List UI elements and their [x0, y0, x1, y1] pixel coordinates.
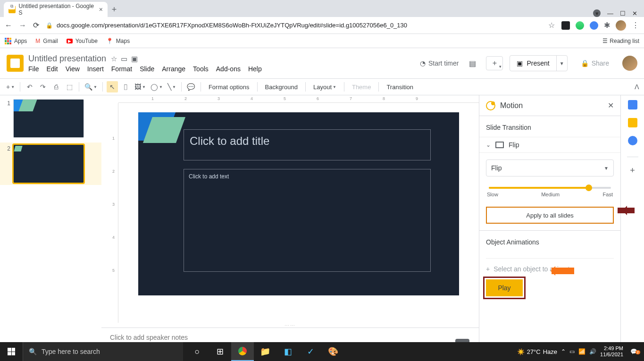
wifi-icon[interactable]: 📶: [578, 348, 585, 355]
share-button[interactable]: 🔒 Share: [574, 55, 616, 71]
star-icon[interactable]: ☆: [548, 21, 555, 30]
transition-row[interactable]: ⌄ Flip: [479, 137, 620, 153]
menu-tools[interactable]: Tools: [193, 65, 209, 73]
textbox-tool[interactable]: ⌷: [120, 81, 131, 92]
reload-button[interactable]: ⟳: [33, 21, 39, 30]
battery-icon[interactable]: ▭: [569, 348, 575, 355]
address-bar[interactable]: 🔒 docs.google.com/presentation/d/1eGTXE6…: [46, 22, 542, 29]
tray-chevron-icon[interactable]: ⌃: [561, 348, 566, 355]
comment-history-button[interactable]: ▤: [465, 56, 479, 70]
maximize-icon[interactable]: ☐: [620, 10, 626, 17]
extension-icon[interactable]: [576, 21, 584, 30]
account-icon[interactable]: ▾: [593, 9, 601, 17]
add-to-call-button[interactable]: +▾: [486, 56, 503, 70]
add-addon-icon[interactable]: +: [628, 166, 637, 175]
transition-indicator-icon: ⧉: [8, 3, 15, 9]
new-tab-button[interactable]: +: [108, 2, 121, 17]
keep-rail-icon[interactable]: [628, 118, 637, 127]
apply-to-all-button[interactable]: Apply to all slides: [486, 207, 614, 224]
play-button[interactable]: Play: [486, 279, 523, 296]
menu-file[interactable]: File: [28, 65, 39, 73]
paint-app[interactable]: 🎨: [322, 342, 344, 361]
apps-bookmark[interactable]: Apps: [5, 38, 27, 44]
redo-button[interactable]: ↷: [37, 81, 49, 92]
menu-view[interactable]: View: [66, 65, 80, 73]
start-button[interactable]: [0, 342, 23, 361]
start-timer-button[interactable]: ◔ Start timer: [420, 59, 459, 67]
account-avatar[interactable]: [622, 56, 637, 71]
maps-bookmark[interactable]: 📍 Maps: [106, 38, 130, 44]
star-icon[interactable]: ☆: [111, 55, 117, 63]
collapse-toolbar-icon[interactable]: ᐱ: [635, 83, 639, 91]
todo-app[interactable]: ✓: [299, 342, 322, 361]
close-window-icon[interactable]: ✕: [632, 10, 637, 17]
extension-icon[interactable]: [561, 21, 570, 30]
present-dropdown[interactable]: ▼: [556, 56, 567, 71]
taskbar-search[interactable]: 🔍 Type here to search: [23, 342, 183, 361]
speed-slider[interactable]: [489, 187, 611, 189]
youtube-bookmark[interactable]: ▶ YouTube: [67, 38, 98, 44]
extension-icon[interactable]: [590, 21, 598, 30]
select-tool[interactable]: ↖: [107, 81, 118, 92]
menu-help[interactable]: Help: [248, 65, 262, 73]
notification-center-icon[interactable]: 💬2: [627, 348, 640, 355]
reading-list-button[interactable]: ☰ Reading list: [602, 38, 639, 44]
new-slide-button[interactable]: +▼: [5, 81, 16, 92]
menu-addons[interactable]: Add-ons: [216, 65, 241, 73]
menu-arrange[interactable]: Arrange: [162, 65, 185, 73]
close-panel-icon[interactable]: ✕: [608, 101, 614, 110]
clock[interactable]: 2:49 PM 11/6/2021: [600, 345, 623, 358]
undo-button[interactable]: ↶: [24, 81, 35, 92]
format-options-button[interactable]: Format options: [205, 81, 253, 92]
print-button[interactable]: ⎙: [50, 81, 62, 92]
theme-button: Theme: [348, 81, 375, 92]
present-button[interactable]: ▣Present ▼: [510, 55, 567, 71]
forward-button[interactable]: →: [19, 21, 26, 30]
paint-format-button[interactable]: ⬚: [64, 81, 75, 92]
menu-insert[interactable]: Insert: [87, 65, 104, 73]
tasks-rail-icon[interactable]: [628, 136, 637, 145]
apps-grid-icon: [5, 38, 11, 44]
chrome-app[interactable]: [231, 342, 254, 361]
slide-canvas[interactable]: Click to add title Click to add text: [138, 112, 459, 295]
file-explorer-app[interactable]: 📁: [254, 342, 276, 361]
fast-label: Fast: [603, 192, 613, 197]
menu-slide[interactable]: Slide: [140, 65, 154, 73]
move-icon[interactable]: ▭: [121, 55, 127, 63]
volume-icon[interactable]: 🔊: [589, 348, 596, 355]
menu-edit[interactable]: Edit: [47, 65, 58, 73]
slide-number: 2: [5, 144, 10, 152]
slide-thumbnail-2[interactable]: [13, 144, 84, 183]
menu-format[interactable]: Format: [111, 65, 132, 73]
cortana-icon[interactable]: ○: [186, 342, 209, 361]
app-icon[interactable]: ◧: [276, 342, 299, 361]
body-placeholder[interactable]: Click to add text: [184, 169, 431, 272]
notes-drag-handle[interactable]: ⋯⋯: [101, 323, 479, 327]
title-placeholder[interactable]: Click to add title: [184, 129, 431, 160]
weather-widget[interactable]: ☀️ 27°C Haze: [517, 348, 557, 355]
status-icon[interactable]: ▣: [131, 55, 138, 63]
slide-thumbnail-1[interactable]: [13, 99, 84, 138]
minimize-icon[interactable]: —: [607, 10, 613, 17]
close-tab-icon[interactable]: ×: [99, 6, 103, 13]
gmail-bookmark[interactable]: M Gmail: [35, 38, 58, 44]
kebab-menu-icon[interactable]: ⋮: [632, 21, 639, 30]
calendar-rail-icon[interactable]: [628, 100, 637, 109]
back-button[interactable]: ←: [5, 21, 12, 30]
layout-button[interactable]: Layout▼: [309, 81, 340, 92]
browser-tab[interactable]: Untitled presentation - Google S ×: [4, 2, 108, 17]
motion-panel: Motion ✕ Slide Transition ⌄ Flip Flip ▼ …: [479, 95, 620, 357]
slides-logo-icon[interactable]: [7, 55, 24, 72]
doc-title[interactable]: Untitled presentation: [28, 54, 106, 64]
transition-button[interactable]: Transition: [383, 81, 417, 92]
comment-button[interactable]: 💬: [185, 81, 197, 92]
image-tool[interactable]: 🖼▼: [133, 81, 147, 92]
extensions-icon[interactable]: ✱: [604, 21, 610, 30]
shape-tool[interactable]: ◯▼: [149, 81, 164, 92]
zoom-button[interactable]: 🔍▼: [83, 81, 99, 92]
transition-select[interactable]: Flip ▼: [486, 160, 614, 176]
background-button[interactable]: Background: [261, 81, 301, 92]
line-tool[interactable]: ╲▼: [166, 81, 177, 92]
task-view-icon[interactable]: ⊞: [209, 342, 231, 361]
profile-avatar[interactable]: [616, 20, 626, 31]
